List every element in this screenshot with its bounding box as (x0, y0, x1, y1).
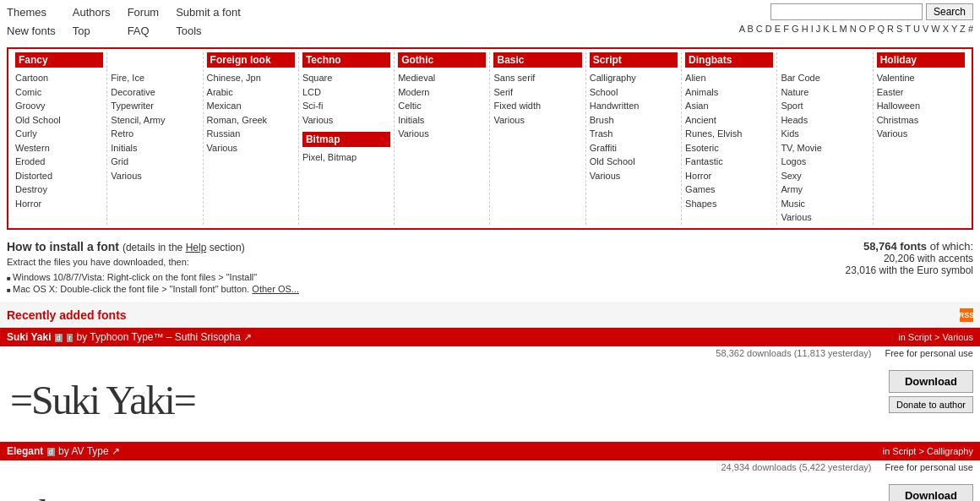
cat-header-techno: Techno (302, 52, 390, 68)
cat-item[interactable]: Easter (877, 85, 965, 100)
cat-col-script: Script Calligraphy School Handwritten Br… (586, 52, 682, 225)
font-link-elegant[interactable]: Elegant (7, 445, 43, 457)
recently-added-header: Recently added fonts RSS (0, 303, 980, 328)
cat-item[interactable]: Esoteric (685, 141, 773, 155)
cat-item[interactable]: Bar Code (781, 71, 868, 85)
nav-tools[interactable]: Tools (176, 22, 241, 41)
nav-faq[interactable]: FAQ (128, 22, 160, 41)
cat-item[interactable]: Various (877, 127, 965, 141)
cat-item[interactable]: Eroded (15, 155, 103, 169)
cat-item[interactable]: Decorative (111, 85, 199, 100)
cat-item[interactable]: Valentine (877, 71, 965, 85)
nav-submit[interactable]: Submit a font (176, 3, 241, 22)
cat-item[interactable]: LCD (302, 85, 390, 100)
cat-item[interactable]: Alien (685, 71, 773, 85)
cat-item[interactable]: Shapes (685, 197, 773, 211)
cat-item[interactable]: Trash (590, 127, 678, 141)
cat-item[interactable]: TV, Movie (781, 141, 868, 155)
cat-item[interactable]: Graffiti (590, 141, 678, 155)
cat-item[interactable]: Ancient (685, 113, 773, 128)
font-category-suki[interactable]: in Script > Various (898, 332, 973, 342)
cat-item[interactable]: Fire, Ice (111, 71, 199, 85)
cat-item[interactable]: Sans serif (493, 71, 581, 85)
cat-item[interactable]: Army (781, 182, 868, 197)
cat-item[interactable]: Old School (15, 113, 103, 128)
cat-item[interactable]: Various (111, 169, 199, 183)
nav-authors[interactable]: Authors (73, 3, 111, 22)
cat-item[interactable]: Various (493, 113, 581, 128)
cat-item[interactable]: Halloween (877, 99, 965, 113)
nav-top[interactable]: Top (73, 22, 111, 41)
cat-item[interactable]: Horror (685, 169, 773, 183)
cat-item[interactable]: Various (781, 210, 868, 225)
cat-item[interactable]: School (590, 85, 678, 100)
cat-item[interactable]: Stencil, Army (111, 113, 199, 128)
nav-col-3: Forum FAQ (128, 3, 160, 41)
font-external-icon-suki: ↗ (243, 331, 252, 343)
font-author-link-elegant[interactable]: AV Type (71, 445, 108, 457)
cat-item[interactable]: Destroy (15, 182, 103, 197)
font-item-header-elegant: Elegant d by AV Type ↗ in Script > Calli… (0, 442, 980, 460)
cat-item[interactable]: Animals (685, 85, 773, 100)
cat-item[interactable]: Grid (111, 155, 199, 169)
cat-item[interactable]: Heads (781, 113, 868, 128)
cat-item[interactable]: Medieval (398, 71, 486, 85)
cat-item[interactable]: Arabic (207, 85, 295, 100)
cat-item[interactable]: Various (590, 169, 678, 183)
nav-themes[interactable]: Themes (7, 3, 56, 22)
cat-item[interactable]: Sci-fi (302, 99, 390, 113)
cat-item[interactable]: Nature (781, 85, 868, 100)
rss-icon[interactable]: RSS (960, 308, 973, 322)
cat-item[interactable]: Fixed width (493, 99, 581, 113)
cat-item[interactable]: Distorted (15, 169, 103, 183)
cat-item[interactable]: Retro (111, 127, 199, 141)
cat-item[interactable]: Sport (781, 99, 868, 113)
cat-item[interactable]: Curly (15, 127, 103, 141)
cat-item[interactable]: Initials (398, 113, 486, 128)
cat-item[interactable]: Cartoon (15, 71, 103, 85)
cat-item[interactable]: Various (302, 113, 390, 128)
download-button-suki[interactable]: Download (889, 370, 973, 393)
font-link-suki[interactable]: Suki Yaki (7, 331, 51, 343)
donate-button-suki[interactable]: Donate to author (889, 396, 973, 413)
cat-item[interactable]: Calligraphy (590, 71, 678, 85)
cat-item[interactable]: Handwritten (590, 99, 678, 113)
download-button-elegant[interactable]: Download (889, 484, 973, 501)
cat-item[interactable]: Games (685, 182, 773, 197)
cat-item[interactable]: Various (398, 127, 486, 141)
nav-new-fonts[interactable]: New fonts (7, 22, 56, 41)
cat-item[interactable]: Pixel, Bitmap (302, 150, 390, 165)
cat-item[interactable]: Logos (781, 155, 868, 169)
cat-item[interactable]: Groovy (15, 99, 103, 113)
cat-item[interactable]: Old School (590, 155, 678, 169)
cat-item[interactable]: Russian (207, 127, 295, 141)
search-button[interactable]: Search (926, 3, 973, 20)
cat-item[interactable]: Music (781, 197, 868, 211)
cat-item[interactable]: Celtic (398, 99, 486, 113)
cat-item[interactable]: Horror (15, 197, 103, 211)
cat-item[interactable]: Asian (685, 99, 773, 113)
cat-item[interactable]: Typewriter (111, 99, 199, 113)
cat-item[interactable]: Roman, Greek (207, 113, 295, 128)
cat-item[interactable]: Western (15, 141, 103, 155)
search-input[interactable] (770, 3, 923, 20)
cat-item[interactable]: Square (302, 71, 390, 85)
font-category-elegant[interactable]: in Script > Calligraphy (883, 446, 973, 456)
cat-item[interactable]: Mexican (207, 99, 295, 113)
cat-item[interactable]: Runes, Elvish (685, 127, 773, 141)
cat-item[interactable]: Serif (493, 85, 581, 100)
cat-item[interactable]: Kids (781, 127, 868, 141)
cat-item[interactable]: Various (207, 141, 295, 155)
cat-item[interactable]: Fantastic (685, 155, 773, 169)
other-os-link[interactable]: Other OS... (252, 284, 299, 294)
cat-item[interactable]: Comic (15, 85, 103, 100)
cat-item[interactable]: Chinese, Jpn (207, 71, 295, 85)
nav-forum[interactable]: Forum (128, 3, 160, 22)
cat-item[interactable]: Christmas (877, 113, 965, 128)
font-author-link-suki[interactable]: Typhoon Type™ – Suthi Srisopha (90, 331, 241, 343)
cat-item[interactable]: Sexy (781, 169, 868, 183)
help-link[interactable]: Help (186, 242, 207, 253)
cat-item[interactable]: Initials (111, 141, 199, 155)
cat-item[interactable]: Brush (590, 113, 678, 128)
cat-item[interactable]: Modern (398, 85, 486, 100)
